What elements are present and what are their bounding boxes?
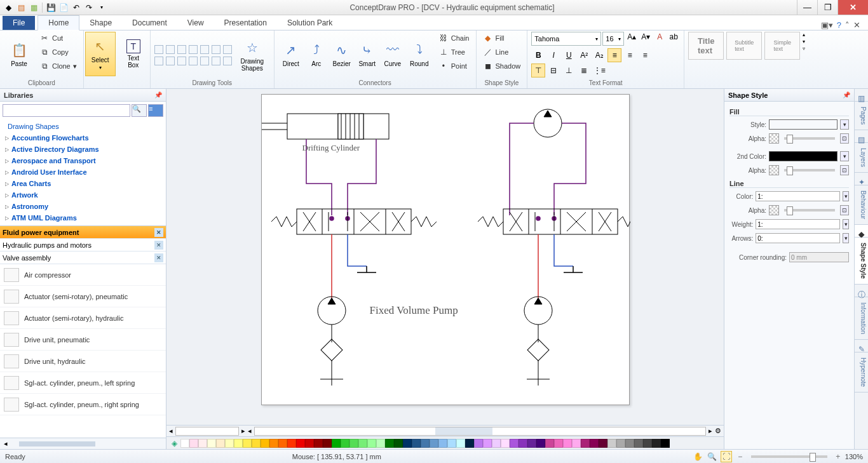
color-swatch[interactable] [296, 439, 305, 448]
color-swatch[interactable] [207, 439, 216, 448]
color-swatch[interactable] [385, 439, 394, 448]
weight-input[interactable] [756, 219, 840, 229]
color-swatch[interactable] [376, 439, 385, 448]
color-swatch[interactable] [394, 439, 403, 448]
color-swatch[interactable] [492, 439, 501, 448]
color-swatch[interactable] [323, 439, 332, 448]
close-icon[interactable]: ✕ [154, 241, 163, 250]
horizontal-scrollbar[interactable]: ◂▸ ◂▸ ⚙ [166, 425, 724, 436]
libsel-valve-assembly[interactable]: Valve assembly✕ [0, 252, 166, 264]
valign-bot-button[interactable]: ⊥ [562, 64, 576, 77]
style-simple[interactable]: Simple text [764, 32, 800, 60]
cut-button[interactable]: ✂Cut [37, 32, 79, 44]
status-zoom-in-icon[interactable]: + [832, 451, 844, 462]
tab-view[interactable]: View [177, 16, 214, 30]
dropdown-icon[interactable]: ▾ [840, 151, 849, 161]
tab-solution-park[interactable]: Solution Park [277, 16, 342, 30]
drawing-tool-grid[interactable] [154, 45, 232, 65]
color-swatch[interactable] [563, 439, 572, 448]
valign-mid-button[interactable]: ⊟ [546, 64, 560, 77]
color-swatch[interactable] [305, 439, 314, 448]
alpha-slider[interactable] [784, 137, 835, 140]
config-icon[interactable]: ⚙ [715, 427, 721, 435]
color-swatch[interactable] [189, 439, 198, 448]
color-swatch[interactable] [616, 439, 625, 448]
connector-point[interactable]: •Point [436, 60, 472, 72]
color-swatch[interactable] [180, 439, 189, 448]
help-icon[interactable]: ? [837, 20, 841, 30]
sidetab-pages[interactable]: Pages [855, 102, 868, 130]
qat-save-icon[interactable]: 💾 [45, 2, 57, 13]
sidetab-hypernote[interactable]: Hypernote [855, 352, 868, 393]
connector-arc[interactable]: ⤴Arc [304, 32, 329, 76]
color-swatch[interactable] [349, 439, 358, 448]
tab-document[interactable]: Document [122, 16, 177, 30]
shadow-button[interactable]: ◼Shadow [480, 60, 524, 72]
color-swatch[interactable] [527, 439, 536, 448]
bold-button[interactable]: B [531, 48, 545, 62]
subscript-button[interactable]: A₂ [592, 48, 606, 62]
font-color-icon[interactable]: A [653, 32, 666, 42]
color-swatch[interactable] [412, 439, 421, 448]
status-hand-icon[interactable]: ✋ [693, 451, 704, 462]
color-swatch[interactable] [438, 439, 447, 448]
grow-font-icon[interactable]: A▴ [625, 32, 638, 42]
close-icon[interactable]: ✕ [154, 228, 163, 237]
color-swatch[interactable] [554, 439, 563, 448]
fontsize-select[interactable]: 16▾ [602, 32, 624, 46]
color-swatch[interactable] [590, 439, 599, 448]
tab-home[interactable]: Home [37, 15, 79, 30]
color-swatch[interactable] [216, 439, 225, 448]
second-color-swatch[interactable] [769, 151, 837, 161]
select-button[interactable]: ↖ Select▾ [85, 32, 116, 76]
color-swatch[interactable] [643, 439, 652, 448]
color-swatch[interactable] [483, 439, 492, 448]
color-swatch[interactable] [278, 439, 287, 448]
collapse-ribbon-icon[interactable]: ˄ [845, 20, 850, 30]
font-select[interactable]: Tahoma▾ [531, 32, 601, 46]
color-swatch[interactable] [243, 439, 252, 448]
alpha-value[interactable]: ⊡ [840, 133, 849, 144]
search-button[interactable]: 🔍 [132, 104, 147, 117]
color-swatch[interactable] [269, 439, 278, 448]
connector-bezier[interactable]: ∿Bezier [329, 32, 355, 76]
align-left-button[interactable]: ≡ [607, 48, 621, 62]
qat-redo-icon[interactable]: ↷ [83, 2, 95, 13]
color-swatch[interactable] [421, 439, 430, 448]
alpha-slider[interactable] [784, 209, 835, 211]
zoom-slider[interactable] [751, 455, 827, 458]
color-swatch[interactable] [510, 439, 519, 448]
color-swatch[interactable] [501, 439, 510, 448]
color-swatch[interactable] [607, 439, 616, 448]
styles-up-icon[interactable]: ▴ [803, 32, 805, 37]
connector-chain[interactable]: ⛓Chain [436, 32, 472, 44]
color-swatch[interactable] [252, 439, 261, 448]
color-swatch[interactable] [599, 439, 607, 448]
color-swatch[interactable] [358, 439, 367, 448]
status-fit-icon[interactable]: ⛶ [721, 451, 732, 462]
color-swatch[interactable] [261, 439, 269, 448]
color-swatch[interactable] [581, 439, 590, 448]
color-swatch[interactable] [447, 439, 456, 448]
color-swatch[interactable] [625, 439, 634, 448]
file-tab[interactable]: File [3, 16, 35, 30]
color-swatch[interactable] [545, 439, 554, 448]
sidetab-shapestyle[interactable]: Shape Style [855, 238, 868, 285]
color-swatch[interactable] [234, 439, 243, 448]
italic-button[interactable]: I [546, 48, 560, 62]
color-swatch[interactable] [287, 439, 296, 448]
connector-smart[interactable]: ⤷Smart [355, 32, 380, 76]
alpha-slider[interactable] [784, 169, 835, 171]
status-zoom-area-icon[interactable]: 🔍 [707, 451, 718, 462]
dropdown-icon[interactable]: ▾ [840, 119, 849, 130]
close-doc-icon[interactable]: ✕ [853, 20, 860, 30]
qat-grid-icon[interactable]: ▦ [28, 2, 39, 13]
canvas-viewport[interactable]: Drifting Cylinder Fixed Volume Pump [166, 89, 724, 425]
status-zoom-out-icon[interactable]: − [735, 451, 746, 462]
sidetab-pages-icon[interactable]: ▥ [855, 89, 868, 102]
highlight-icon[interactable]: ab [667, 32, 680, 42]
sidetab-layers[interactable]: Layers [855, 143, 868, 173]
qat-undo-icon[interactable]: ↶ [71, 2, 82, 13]
color-swatch[interactable] [519, 439, 527, 448]
connector-round[interactable]: ⤵Round [405, 32, 433, 76]
